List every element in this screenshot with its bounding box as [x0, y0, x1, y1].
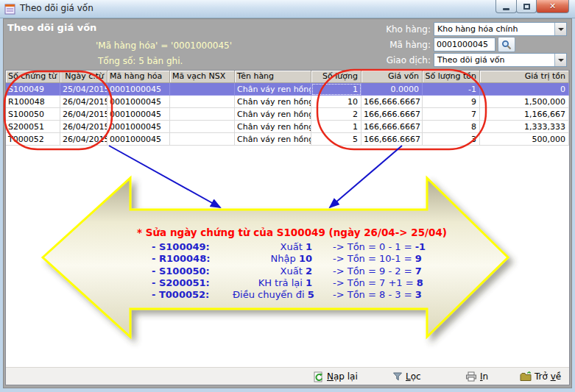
- grid-body: S10004925/04/20150001000045Chân váy ren …: [6, 83, 569, 146]
- transaction-value: Theo dõi giá vốn: [434, 55, 554, 65]
- application-window: Theo dõi giá vốn ✕ Theo dõi giá vốn 'Mã …: [0, 0, 575, 392]
- chevron-down-icon[interactable]: [554, 23, 566, 35]
- table-cell: 0001000045: [107, 108, 170, 121]
- table-cell: 500,000: [480, 133, 569, 146]
- window-title: Theo dõi giá vốn: [20, 3, 94, 13]
- column-header[interactable]: Giá trị tồn: [480, 71, 569, 83]
- filter-text: 'Mã hàng hóa' = '0001000045': [96, 40, 232, 51]
- table-cell: 5: [311, 133, 361, 146]
- table-cell: Chân váy ren hồng: [235, 108, 311, 121]
- table-cell: [170, 108, 235, 121]
- reload-label: Nạp lại: [327, 371, 358, 382]
- table-cell: 1: [311, 83, 361, 96]
- maximize-button[interactable]: [516, 0, 537, 13]
- bottom-toolbar: Nạp lại Lọc In: [6, 367, 569, 385]
- table-cell: S100049: [6, 83, 60, 96]
- title-bar: Theo dõi giá vốn ✕: [0, 0, 575, 18]
- grid-header: Số chứng từNgày c.từMã hàng hóaMã vạch N…: [6, 71, 569, 83]
- table-cell: 0001000045: [107, 83, 170, 96]
- column-header[interactable]: Tên hàng: [235, 71, 311, 83]
- warehouse-label: Kho hàng:: [350, 24, 431, 35]
- filter-icon: [392, 371, 403, 382]
- back-label: Trở về: [535, 371, 561, 382]
- table-row[interactable]: S10004925/04/20150001000045Chân váy ren …: [6, 83, 569, 96]
- minimize-button[interactable]: [495, 0, 517, 13]
- item-code-input[interactable]: [434, 38, 495, 51]
- table-cell: [170, 121, 235, 133]
- table-cell: 0001000045: [107, 121, 170, 133]
- column-header[interactable]: Mã hàng hóa: [107, 71, 170, 83]
- table-cell: S200051: [6, 121, 60, 133]
- table-cell: Chân váy ren hồng: [235, 133, 311, 146]
- print-label: In: [480, 371, 488, 382]
- search-button[interactable]: [498, 37, 515, 52]
- column-header[interactable]: Giá vốn: [361, 71, 423, 83]
- warehouse-select[interactable]: Kho hàng hóa chính: [434, 22, 567, 36]
- page-title: Theo dõi giá vốn: [7, 22, 96, 33]
- table-cell: 0001000045: [107, 133, 170, 146]
- table-cell: Chân váy ren hồng: [235, 96, 311, 108]
- chevron-down-icon[interactable]: [554, 54, 566, 66]
- table-cell: 8: [423, 121, 480, 133]
- table-cell: 26/04/2015: [60, 121, 107, 133]
- table-cell: [170, 96, 235, 108]
- window-controls: ✕: [496, 0, 569, 13]
- table-cell: 166,666.6667: [361, 96, 423, 108]
- table-cell: S100050: [6, 108, 60, 121]
- search-icon: [501, 40, 512, 50]
- table-cell: 166,666.6667: [361, 121, 423, 133]
- refresh-icon: [313, 371, 324, 382]
- data-grid: Số chứng từNgày c.từMã hàng hóaMã vạch N…: [5, 70, 570, 385]
- table-cell: T000052: [6, 133, 60, 146]
- table-cell: 1,333,333: [480, 121, 569, 133]
- transaction-label: Giao dịch:: [350, 55, 431, 65]
- column-header[interactable]: Mã vạch NSX: [170, 71, 235, 83]
- minimize-icon: [503, 8, 509, 10]
- transaction-select[interactable]: Theo dõi giá vốn: [434, 53, 567, 67]
- table-cell: 3: [423, 133, 480, 146]
- reload-button[interactable]: Nạp lại: [310, 368, 361, 385]
- record-count-text: Tổng số: 5 bản ghi.: [98, 56, 183, 66]
- table-cell: 166,666.6667: [361, 108, 423, 121]
- app-icon: [4, 3, 16, 15]
- table-cell: 0001000045: [107, 96, 170, 108]
- column-header[interactable]: Số lượng: [311, 71, 361, 83]
- table-cell: [170, 133, 235, 146]
- table-cell: 25/04/2015: [60, 83, 107, 96]
- table-cell: R100048: [6, 96, 60, 108]
- table-cell: 0.0000: [361, 83, 423, 96]
- table-row[interactable]: T00005226/04/20150001000045Chân váy ren …: [6, 133, 569, 146]
- back-button[interactable]: Trở về: [517, 368, 564, 385]
- column-header[interactable]: Ngày c.từ: [60, 71, 107, 83]
- table-cell: 1: [311, 121, 361, 133]
- table-row[interactable]: R10004826/04/20150001000045Chân váy ren …: [6, 96, 569, 108]
- table-cell: 1,166,667: [480, 108, 569, 121]
- table-cell: Chân váy ren hồng: [235, 121, 311, 133]
- table-cell: 0: [480, 83, 569, 96]
- column-header[interactable]: Số chứng từ: [6, 71, 60, 83]
- filter-label: Lọc: [406, 371, 421, 382]
- filter-button[interactable]: Lọc: [389, 368, 424, 385]
- table-cell: 1,500,000: [480, 96, 569, 108]
- table-cell: 9: [423, 96, 480, 108]
- table-cell: [170, 83, 235, 96]
- table-cell: 26/04/2015: [60, 96, 107, 108]
- printer-icon: [465, 371, 477, 382]
- item-code-label: Mã hàng:: [350, 40, 431, 50]
- table-row[interactable]: S10005026/04/20150001000045Chân váy ren …: [6, 108, 569, 121]
- table-cell: 26/04/2015: [60, 133, 107, 146]
- table-cell: 2: [311, 108, 361, 121]
- close-icon: ✕: [549, 1, 556, 11]
- table-cell: 7: [423, 108, 480, 121]
- maximize-icon: [523, 4, 530, 10]
- column-header[interactable]: Số lượng tồn: [423, 71, 480, 83]
- warehouse-value: Kho hàng hóa chính: [434, 24, 554, 34]
- close-button[interactable]: ✕: [536, 0, 569, 13]
- table-cell: -1: [423, 83, 480, 96]
- print-button[interactable]: In: [462, 368, 491, 385]
- table-row[interactable]: S20005126/04/20150001000045Chân váy ren …: [6, 121, 569, 133]
- folder-back-icon: [520, 371, 532, 382]
- table-cell: Chân váy ren hồng: [235, 83, 311, 96]
- table-cell: 166,666.6667: [361, 133, 423, 146]
- table-cell: 10: [311, 96, 361, 108]
